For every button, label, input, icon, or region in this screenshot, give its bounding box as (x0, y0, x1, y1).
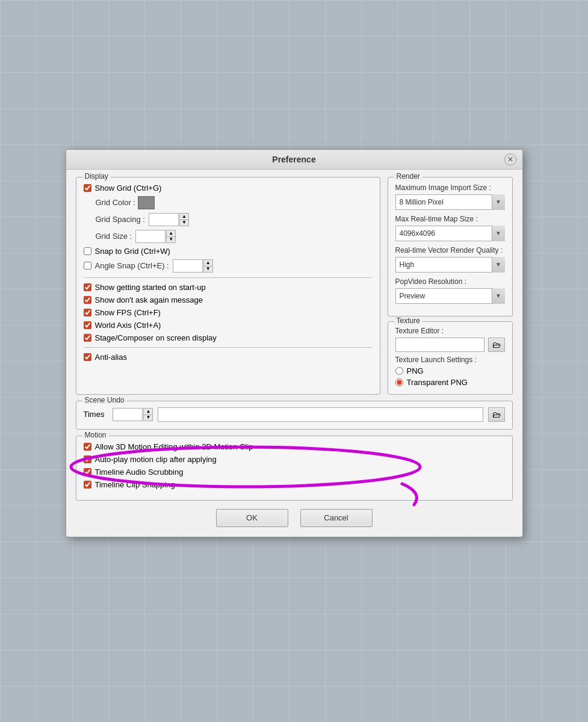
snap-to-grid-checkbox[interactable] (84, 247, 91, 255)
top-row: Display Show Grid (Ctrl+G) Grid Color : … (76, 177, 513, 395)
png-radio[interactable] (395, 367, 403, 375)
grid-size-input[interactable]: 100 (135, 230, 166, 243)
angle-snap-label: Angle Snap (Ctrl+E) : (95, 261, 169, 270)
show-dont-ask-row: Show don't ask again message (84, 295, 373, 304)
anti-alias-checkbox[interactable] (84, 353, 91, 361)
anti-alias-row: Anti-alias (84, 353, 373, 362)
texture-panel: Texture Texture Editor : shop CC (64 Bit… (388, 321, 513, 395)
times-up[interactable]: ▲ (143, 408, 153, 415)
stage-composer-row: Stage/Composer on screen display (84, 333, 373, 342)
grid-color-row: Grid Color : (96, 196, 373, 209)
display-panel: Display Show Grid (Ctrl+G) Grid Color : … (76, 177, 380, 395)
grid-spacing-row: Grid Spacing : 100 ▲ ▼ (96, 213, 373, 226)
times-down[interactable]: ▼ (143, 415, 153, 421)
angle-snap-spinner: 0 ▲ ▼ (173, 259, 213, 273)
ok-button[interactable]: OK (216, 509, 288, 527)
times-spinner: 60 ▲ ▼ (113, 408, 153, 421)
show-dont-ask-label: Show don't ask again message (95, 295, 203, 304)
show-getting-started-label: Show getting started on start-up (95, 283, 206, 292)
show-fps-checkbox[interactable] (84, 309, 91, 316)
grid-spacing-up[interactable]: ▲ (179, 213, 189, 220)
grid-size-row: Grid Size : 100 ▲ ▼ (96, 230, 373, 243)
auto-play-checkbox[interactable] (84, 455, 91, 463)
grid-spacing-arrows: ▲ ▼ (179, 213, 189, 226)
grid-spacing-input[interactable]: 100 (149, 213, 179, 226)
allow-3d-checkbox[interactable] (84, 443, 91, 451)
world-axis-checkbox[interactable] (84, 321, 91, 329)
texture-legend: Texture (394, 316, 422, 325)
scene-undo-legend: Scene Undo (82, 396, 127, 404)
max-realtime-map-select-wrapper: 512x512 1024x1024 2048x2048 4096x4096 ▼ (395, 226, 505, 241)
snap-to-grid-label: Snap to Grid (Ctrl+W) (95, 247, 170, 256)
max-import-size-select[interactable]: 8 Million Pixel 16 Million Pixel 32 Mill… (395, 194, 505, 210)
grid-spacing-spinner: 100 ▲ ▼ (149, 213, 189, 226)
png-radio-row: PNG (395, 366, 505, 375)
angle-snap-arrows: ▲ ▼ (203, 259, 213, 273)
preference-dialog: Preference ✕ Display Show Grid (Ctrl+G) … (66, 149, 523, 537)
anti-alias-label: Anti-alias (95, 353, 127, 362)
angle-snap-up[interactable]: ▲ (203, 259, 213, 266)
transparent-png-radio[interactable] (395, 378, 403, 386)
grid-size-up[interactable]: ▲ (166, 230, 176, 236)
ok-cancel-row: OK Cancel (76, 509, 513, 527)
allow-3d-row: Allow 3D Motion Editing within 2D Motion… (84, 442, 505, 451)
angle-snap-down[interactable]: ▼ (203, 266, 213, 273)
render-legend: Render (394, 172, 422, 180)
max-realtime-map-label: Max Real-time Map Size : (395, 215, 505, 223)
right-column: Render Maximum Image Import Size : 8 Mil… (388, 177, 513, 395)
vector-render-quality-select[interactable]: Low Medium High (395, 257, 505, 273)
show-fps-row: Show FPS (Ctrl+F) (84, 308, 373, 317)
grid-size-label: Grid Size : (96, 232, 132, 241)
angle-snap-row: Angle Snap (Ctrl+E) : 0 ▲ ▼ (84, 259, 373, 273)
transparent-png-label: Transparent PNG (407, 378, 468, 387)
grid-size-arrows: ▲ ▼ (166, 230, 176, 243)
timeline-clip-row: Timeline Clip Snapping (84, 480, 505, 489)
grid-color-box[interactable] (138, 196, 155, 209)
timeline-clip-checkbox[interactable] (84, 481, 91, 489)
dialog-body: Display Show Grid (Ctrl+G) Grid Color : … (66, 170, 522, 537)
undo-path-input[interactable]: \Michael\AppData\Local\Temp\ (158, 407, 483, 422)
show-getting-started-checkbox[interactable] (84, 283, 91, 291)
close-button[interactable]: ✕ (504, 153, 516, 165)
allow-3d-label: Allow 3D Motion Editing within 2D Motion… (95, 442, 253, 451)
popvideo-resolution-select[interactable]: Preview Full (395, 288, 505, 304)
display-legend: Display (82, 172, 111, 180)
grid-spacing-down[interactable]: ▼ (179, 220, 189, 226)
angle-snap-input[interactable]: 0 (173, 259, 203, 273)
title-bar: Preference ✕ (66, 150, 522, 170)
times-label: Times (84, 410, 105, 419)
timeline-audio-checkbox[interactable] (84, 468, 91, 476)
texture-editor-folder-button[interactable]: 🗁 (488, 338, 505, 352)
undo-row: Times 60 ▲ ▼ \Michael\AppData\Local\Temp… (84, 407, 505, 422)
angle-snap-checkbox[interactable] (84, 262, 91, 270)
motion-panel: Motion Allow 3D Motion Editing within 2D… (76, 436, 513, 501)
world-axis-row: World Axis (Ctrl+A) (84, 321, 373, 330)
transparent-png-radio-row: Transparent PNG (395, 378, 505, 387)
dialog-title: Preference (272, 155, 315, 164)
show-dont-ask-checkbox[interactable] (84, 296, 91, 304)
max-import-size-select-wrapper: 8 Million Pixel 16 Million Pixel 32 Mill… (395, 194, 505, 210)
grid-color-label: Grid Color : (96, 198, 135, 207)
undo-path-folder-button[interactable]: 🗁 (488, 407, 505, 422)
stage-composer-checkbox[interactable] (84, 334, 91, 342)
max-realtime-map-select[interactable]: 512x512 1024x1024 2048x2048 4096x4096 (395, 226, 505, 241)
render-panel: Render Maximum Image Import Size : 8 Mil… (388, 177, 513, 316)
popvideo-resolution-select-wrapper: Preview Full ▼ (395, 288, 505, 304)
max-import-size-label: Maximum Image Import Size : (395, 184, 505, 192)
cancel-button[interactable]: Cancel (300, 509, 373, 527)
auto-play-row: Auto-play motion clip after applying (84, 455, 505, 464)
grid-size-spinner: 100 ▲ ▼ (135, 230, 176, 243)
texture-editor-label: Texture Editor : (395, 327, 505, 335)
times-input[interactable]: 60 (113, 408, 143, 421)
texture-launch-settings-label: Texture Launch Settings : (395, 356, 505, 364)
grid-size-down[interactable]: ▼ (166, 236, 176, 243)
motion-legend: Motion (82, 431, 109, 439)
auto-play-label: Auto-play motion clip after applying (95, 455, 217, 464)
texture-editor-input[interactable]: shop CC (64 Bit)\Photoshop.exe (395, 338, 484, 352)
show-grid-checkbox[interactable] (84, 184, 91, 192)
texture-editor-row: shop CC (64 Bit)\Photoshop.exe 🗁 (395, 338, 505, 352)
show-getting-started-row: Show getting started on start-up (84, 283, 373, 292)
timeline-clip-label: Timeline Clip Snapping (95, 480, 175, 489)
show-fps-label: Show FPS (Ctrl+F) (95, 308, 161, 317)
popvideo-resolution-label: PopVideo Resolution : (395, 277, 505, 286)
